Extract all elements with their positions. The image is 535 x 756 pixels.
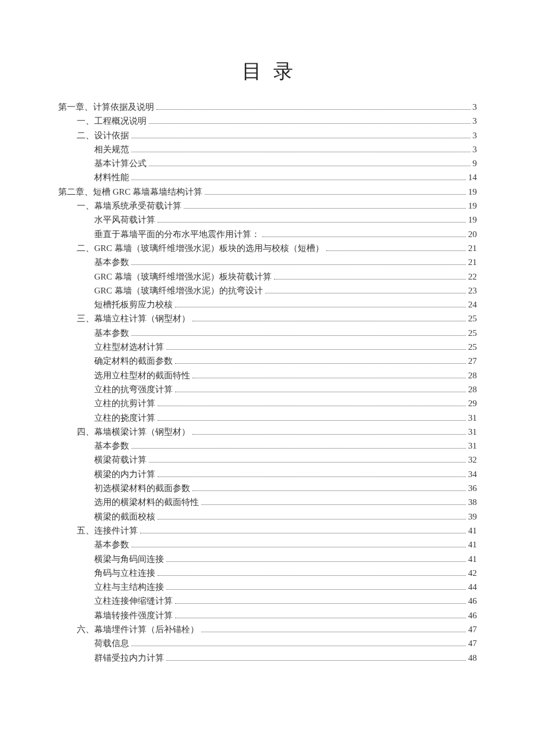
toc-leader-dots xyxy=(131,335,466,336)
toc-entry-label: 立柱的抗剪计算 xyxy=(94,396,155,410)
toc-entry-page: 42 xyxy=(468,566,477,580)
toc-entry: 短槽托板剪应力校核24 xyxy=(58,298,477,311)
toc-leader-dots xyxy=(192,434,466,435)
toc-leader-dots xyxy=(158,519,466,519)
toc-entry: 五、连接件计算41 xyxy=(58,524,477,538)
toc-entry: 四、幕墙横梁计算（钢型材）31 xyxy=(58,425,477,439)
toc-entry: 垂直于幕墙平面的分布水平地震作用计算：20 xyxy=(58,227,477,241)
toc-entry-label: 立柱与主结构连接 xyxy=(94,580,164,594)
toc-entry-label: 立柱的抗弯强度计算 xyxy=(94,382,173,396)
toc-entry-label: GRC 幕墙（玻璃纤维增强水泥）板块荷载计算 xyxy=(94,270,272,284)
toc-leader-dots xyxy=(175,603,466,604)
toc-entry: 一、工程概况说明3 xyxy=(58,114,477,128)
toc-entry-label: 幕墙转接件强度计算 xyxy=(94,608,173,622)
toc-entry-label: 基本参数 xyxy=(94,439,129,453)
toc-entry-label: 荷载信息 xyxy=(94,636,129,650)
toc-entry-page: 3 xyxy=(473,114,477,128)
toc-entry-page: 23 xyxy=(468,284,477,298)
toc-entry-page: 39 xyxy=(468,510,477,524)
toc-entry-page: 41 xyxy=(468,524,477,538)
toc-leader-dots xyxy=(166,561,466,562)
toc-leader-dots xyxy=(158,476,466,477)
toc-entry-label: GRC 幕墙（玻璃纤维增强水泥）的抗弯设计 xyxy=(94,284,263,298)
toc-entry: 二、GRC 幕墙（玻璃纤维增强水泥）板块的选用与校核（短槽）21 xyxy=(58,241,477,255)
toc-entry-page: 46 xyxy=(468,594,477,608)
toc-entry: 横梁的截面校核39 xyxy=(58,510,477,524)
toc-entry: 立柱连接伸缩缝计算46 xyxy=(58,594,477,608)
toc-entry-page: 22 xyxy=(468,270,477,284)
toc-entry-label: 六、幕墙埋件计算（后补锚栓） xyxy=(77,622,199,636)
toc-entry: 三、幕墙立柱计算（钢型材）25 xyxy=(58,311,477,325)
toc-entry-label: 立柱的挠度计算 xyxy=(94,411,155,425)
toc-entry-page: 25 xyxy=(468,311,477,325)
toc-leader-dots xyxy=(131,646,466,646)
toc-entry-page: 46 xyxy=(468,608,477,622)
toc-entry: 横梁与角码间连接41 xyxy=(58,552,477,566)
toc-entry: 幕墙转接件强度计算46 xyxy=(58,608,477,622)
toc-leader-dots xyxy=(140,533,466,533)
toc-entry: 材料性能14 xyxy=(58,170,477,184)
toc-leader-dots xyxy=(158,222,466,223)
toc-entry-page: 34 xyxy=(468,467,477,481)
toc-entry-page: 19 xyxy=(468,185,477,199)
toc-entry-page: 41 xyxy=(468,552,477,566)
toc-leader-dots xyxy=(274,279,466,280)
toc-entry-label: 横梁的截面校核 xyxy=(94,510,155,524)
toc-leader-dots xyxy=(175,363,466,364)
toc-entry: 基本参数21 xyxy=(58,255,477,269)
toc-leader-dots xyxy=(192,490,466,491)
toc-entry-page: 14 xyxy=(468,170,477,184)
toc-entry-label: 五、连接件计算 xyxy=(77,524,138,538)
toc-leader-dots xyxy=(326,250,466,251)
toc-entry-label: 三、幕墙立柱计算（钢型材） xyxy=(77,311,190,325)
toc-entry-label: 短槽托板剪应力校核 xyxy=(94,298,173,311)
toc-entry-page: 19 xyxy=(468,213,477,227)
toc-entry-page: 21 xyxy=(468,241,477,255)
toc-entry-page: 27 xyxy=(468,354,477,368)
toc-entry: 基本计算公式9 xyxy=(58,156,477,170)
toc-entry-label: 基本计算公式 xyxy=(94,156,147,170)
toc-entry-page: 3 xyxy=(473,128,477,142)
toc-entry: 基本参数31 xyxy=(58,439,477,453)
toc-entry-label: 基本参数 xyxy=(94,538,129,551)
toc-entry: 立柱与主结构连接44 xyxy=(58,580,477,594)
table-of-contents: 第一章、计算依据及说明3一、工程概况说明3二、设计依据3相关规范3基本计算公式9… xyxy=(58,100,477,665)
toc-entry-label: 一、幕墙系统承受荷载计算 xyxy=(77,199,181,213)
toc-entry: 荷载信息47 xyxy=(58,636,477,650)
toc-leader-dots xyxy=(149,166,470,166)
toc-entry: 基本参数25 xyxy=(58,326,477,340)
toc-entry-page: 24 xyxy=(468,298,477,311)
toc-entry: 第一章、计算依据及说明3 xyxy=(58,100,477,114)
toc-entry-label: 第一章、计算依据及说明 xyxy=(58,100,154,114)
toc-entry: GRC 幕墙（玻璃纤维增强水泥）板块荷载计算22 xyxy=(58,270,477,284)
toc-leader-dots xyxy=(158,406,466,406)
toc-entry: 立柱型材选材计算25 xyxy=(58,340,477,354)
toc-leader-dots xyxy=(175,618,466,618)
toc-entry-page: 28 xyxy=(468,382,477,396)
toc-entry-label: 基本参数 xyxy=(94,255,129,269)
toc-leader-dots xyxy=(184,208,466,209)
toc-entry: 横梁的内力计算34 xyxy=(58,467,477,481)
toc-entry-label: 角码与立柱连接 xyxy=(94,566,155,580)
toc-entry: 横梁荷载计算32 xyxy=(58,453,477,467)
toc-entry-page: 28 xyxy=(468,368,477,382)
toc-entry-page: 25 xyxy=(468,340,477,354)
toc-entry-page: 48 xyxy=(468,651,477,665)
toc-entry-page: 25 xyxy=(468,326,477,340)
toc-entry-label: 第二章、短槽 GRC 幕墙幕墙结构计算 xyxy=(58,185,202,199)
toc-entry-label: 横梁的内力计算 xyxy=(94,467,155,481)
toc-leader-dots xyxy=(175,392,466,392)
toc-entry: 相关规范3 xyxy=(58,142,477,156)
toc-entry-label: 二、GRC 幕墙（玻璃纤维增强水泥）板块的选用与校核（短槽） xyxy=(77,241,324,255)
toc-entry: 立柱的抗剪计算29 xyxy=(58,396,477,410)
toc-leader-dots xyxy=(131,448,466,449)
toc-entry-label: 立柱连接伸缩缝计算 xyxy=(94,594,173,608)
toc-entry-page: 36 xyxy=(468,481,477,495)
toc-entry: GRC 幕墙（玻璃纤维增强水泥）的抗弯设计23 xyxy=(58,284,477,298)
toc-leader-dots xyxy=(265,293,466,293)
toc-entry-label: 材料性能 xyxy=(94,170,129,184)
toc-leader-dots xyxy=(158,575,466,576)
toc-entry: 水平风荷载计算19 xyxy=(58,213,477,227)
toc-entry: 立柱的抗弯强度计算28 xyxy=(58,382,477,396)
toc-entry: 立柱的挠度计算31 xyxy=(58,411,477,425)
